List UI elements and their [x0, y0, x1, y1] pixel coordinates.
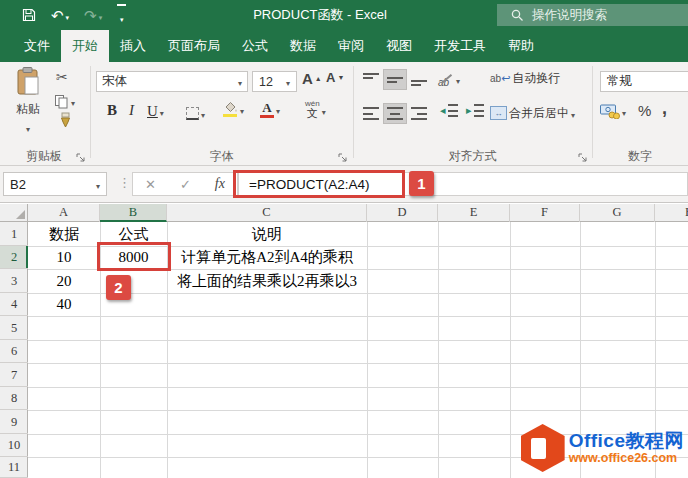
group-separator — [353, 66, 354, 158]
column-header-g[interactable]: G — [580, 204, 655, 222]
font-size-select[interactable]: 12 — [252, 71, 297, 92]
column-header-d[interactable]: D — [367, 204, 438, 222]
row-header-5[interactable]: 5 — [0, 316, 28, 340]
tab-review[interactable]: 审阅 — [327, 30, 375, 62]
merge-center-button[interactable]: ↔ 合并后居中 — [490, 104, 575, 122]
phonetic-caret[interactable] — [322, 101, 326, 119]
cut-icon[interactable]: ✂ — [56, 70, 68, 84]
column-header-a[interactable]: A — [28, 204, 100, 222]
redo-icon: ↷ — [84, 8, 97, 23]
cancel-icon[interactable]: ✕ — [145, 177, 156, 192]
tab-home[interactable]: 开始 — [61, 30, 109, 62]
tab-insert[interactable]: 插入 — [109, 30, 157, 62]
comma-style-button[interactable]: , — [662, 98, 667, 119]
grow-font-button[interactable]: A▲ — [302, 70, 322, 87]
middle-align-button[interactable] — [384, 70, 406, 89]
enter-icon[interactable]: ✓ — [180, 177, 191, 192]
paste-dropdown-caret[interactable] — [26, 118, 30, 135]
copy-button[interactable] — [54, 92, 75, 110]
orientation-button[interactable]: ab — [438, 70, 460, 88]
cell-c2[interactable]: 计算单元格A2到A4的乘积 — [167, 246, 367, 269]
cell-a2[interactable]: 10 — [28, 246, 100, 269]
column-header-b[interactable]: B — [100, 204, 167, 222]
row-header-1[interactable]: 1 — [0, 222, 28, 246]
row-header-11[interactable]: 11 — [0, 457, 28, 478]
row-header-10[interactable]: 10 — [0, 434, 28, 457]
cell-c3[interactable]: 将上面的结果乘以2再乘以3 — [167, 269, 367, 293]
font-color-caret[interactable] — [276, 100, 280, 118]
column-header-c[interactable]: C — [167, 204, 367, 222]
accounting-format-caret[interactable] — [622, 102, 626, 120]
customize-qat-button[interactable] — [117, 4, 126, 26]
undo-button[interactable]: ↶ — [51, 6, 69, 24]
column-header-e[interactable]: E — [438, 204, 510, 222]
bold-button[interactable]: B — [107, 102, 117, 119]
copy-dropdown-caret[interactable] — [71, 92, 75, 110]
bottom-align-button[interactable] — [408, 70, 430, 89]
align-center-button[interactable] — [384, 104, 406, 123]
number-format-select[interactable]: 常规 — [600, 71, 688, 92]
font-dialog-launcher[interactable] — [338, 149, 348, 159]
borders-button[interactable] — [186, 104, 205, 122]
column-header-f[interactable]: F — [510, 204, 580, 222]
formula-bar-resize-dots[interactable]: ⋮ — [118, 175, 131, 190]
tab-file[interactable]: 文件 — [13, 30, 61, 62]
merge-center-caret[interactable] — [571, 104, 575, 122]
select-all-button[interactable] — [0, 204, 28, 222]
align-right-button[interactable] — [408, 104, 430, 123]
clipboard-dialog-launcher[interactable] — [76, 149, 86, 159]
phonetic-guide-button[interactable]: wén 文 — [305, 100, 326, 119]
alignment-group-label: 对齐方式 — [353, 148, 592, 165]
row-header-3[interactable]: 3 — [0, 269, 28, 293]
window-title: PRODUCT函数 - Excel — [180, 0, 460, 30]
row-header-7[interactable]: 7 — [0, 363, 28, 387]
cell-a4[interactable]: 40 — [28, 293, 100, 316]
cell-a3[interactable]: 20 — [28, 269, 100, 293]
tell-me-search[interactable]: 操作说明搜索 — [497, 4, 688, 26]
save-button[interactable] — [22, 8, 36, 22]
tab-data[interactable]: 数据 — [279, 30, 327, 62]
insert-function-icon[interactable]: fx — [215, 176, 225, 192]
increase-indent-button[interactable]: ▸ — [466, 104, 484, 117]
shrink-font-button[interactable]: A▼ — [326, 70, 344, 85]
redo-dropdown-caret[interactable] — [99, 6, 103, 24]
name-box[interactable]: B2 — [3, 172, 107, 196]
align-left-button[interactable] — [360, 104, 382, 123]
cell-a1[interactable]: 数据 — [28, 222, 100, 246]
alignment-dialog-launcher[interactable] — [578, 149, 588, 159]
decrease-indent-button[interactable]: ◂ — [440, 104, 458, 117]
row-header-2[interactable]: 2 — [0, 246, 28, 269]
font-name-select[interactable]: 宋体 — [96, 71, 248, 92]
fill-color-button[interactable] — [222, 100, 244, 118]
row-header-4[interactable]: 4 — [0, 293, 28, 316]
column-header-h[interactable]: H — [655, 204, 688, 222]
tab-page-layout[interactable]: 页面布局 — [157, 30, 231, 62]
tab-developer[interactable]: 开发工具 — [423, 30, 497, 62]
name-box-caret[interactable] — [96, 177, 100, 192]
borders-caret[interactable] — [201, 104, 205, 122]
underline-button[interactable]: U — [147, 102, 164, 120]
underline-icon: U — [147, 103, 158, 120]
italic-button[interactable]: I — [129, 102, 134, 119]
paste-button[interactable]: 粘贴 — [6, 66, 50, 136]
redo-button[interactable]: ↷ — [84, 6, 102, 24]
orientation-caret[interactable] — [456, 70, 460, 88]
format-painter-button[interactable] — [58, 112, 73, 132]
top-align-button[interactable] — [360, 70, 382, 89]
row-header-8[interactable]: 8 — [0, 387, 28, 410]
tab-help[interactable]: 帮助 — [497, 30, 545, 62]
tab-formulas[interactable]: 公式 — [231, 30, 279, 62]
accounting-format-button[interactable] — [600, 102, 626, 120]
undo-dropdown-caret[interactable] — [66, 6, 70, 24]
wrap-text-button[interactable]: ab↩ 自动换行 — [490, 70, 560, 87]
cell-c1[interactable]: 说明 — [167, 222, 367, 246]
underline-caret[interactable] — [160, 102, 164, 120]
percent-style-button[interactable]: % — [638, 102, 651, 119]
row-header-6[interactable]: 6 — [0, 340, 28, 363]
row-header-9[interactable]: 9 — [0, 410, 28, 434]
number-group-label: 数字 — [592, 148, 688, 165]
tab-view[interactable]: 视图 — [375, 30, 423, 62]
wrap-text-icon: ab↩ — [490, 72, 510, 85]
font-color-button[interactable]: A — [260, 100, 280, 118]
fill-color-caret[interactable] — [240, 100, 244, 118]
